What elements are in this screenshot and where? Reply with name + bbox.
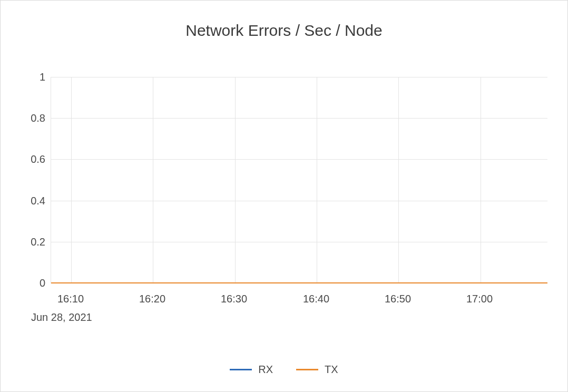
gridline-h	[51, 201, 547, 201]
chart-card: Network Errors / Sec / Node 1 0.8 0.6 0.…	[0, 0, 568, 392]
x-tick-label: 16:20	[139, 293, 165, 305]
y-tick-label: 0	[8, 277, 45, 289]
y-tick-label: 0.8	[8, 112, 45, 124]
gridline-h	[51, 77, 547, 77]
y-tick-label: 0.6	[8, 153, 45, 165]
gridline-h	[51, 242, 547, 242]
gridline-v	[398, 77, 399, 283]
gridline-v	[235, 77, 236, 283]
y-tick-label: 0.2	[8, 236, 45, 248]
gridline-h	[51, 118, 547, 119]
legend-swatch-rx	[230, 369, 252, 370]
legend-label-tx: TX	[325, 364, 338, 376]
gridline-v	[153, 77, 153, 283]
gridline-v	[71, 77, 72, 283]
gridline-v	[317, 77, 317, 283]
x-tick-label: 16:10	[57, 293, 84, 305]
legend-label-rx: RX	[258, 364, 273, 376]
y-tick-label: 0.4	[8, 195, 45, 207]
legend: RX TX	[1, 364, 567, 376]
legend-item-rx[interactable]: RX	[230, 364, 273, 376]
gridline-v	[481, 77, 481, 283]
plot-area	[51, 77, 547, 283]
gridline-h	[51, 159, 547, 160]
x-tick-label: 16:50	[385, 293, 411, 305]
legend-swatch-tx	[296, 369, 318, 370]
x-tick-label: 16:40	[303, 293, 329, 305]
x-date-label: Jun 28, 2021	[31, 311, 92, 324]
legend-item-tx[interactable]: TX	[296, 364, 338, 376]
x-tick-label: 16:30	[221, 293, 247, 305]
chart-title: Network Errors / Sec / Node	[1, 22, 567, 40]
series-line-tx	[51, 282, 547, 283]
y-tick-label: 1	[8, 71, 45, 83]
x-tick-label: 17:00	[466, 293, 493, 305]
